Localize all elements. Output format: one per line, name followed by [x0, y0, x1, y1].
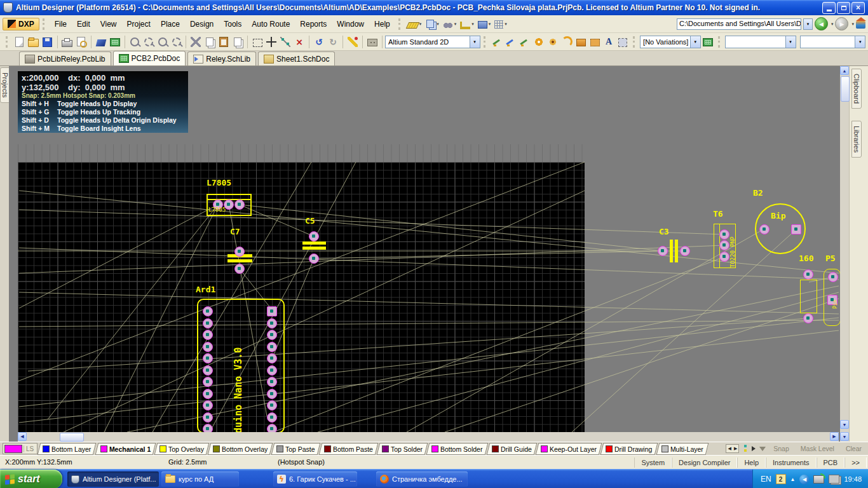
layer-tab-multi-layer[interactable]: Multi-Layer — [656, 443, 709, 455]
designator-l7805[interactable]: L7805 — [207, 178, 231, 187]
designator-ard1[interactable]: Ard1 — [196, 285, 215, 294]
pcb-canvas[interactable]: L7805 L7805 C7 C5 Ard1 Arduino Nano V3.0… — [9, 66, 840, 442]
menu-edit[interactable]: Edit — [72, 18, 95, 30]
layer-tab-bottom-layer[interactable]: Bottom Layer — [37, 443, 97, 455]
variations-combobox[interactable]: [No Variations] ▾ — [640, 36, 701, 48]
close-button[interactable]: × — [851, 2, 865, 14]
horizontal-scroll-thumb[interactable] — [60, 433, 84, 442]
pad[interactable] — [203, 377, 213, 387]
combo-dropdown-arrow[interactable]: ▾ — [785, 36, 796, 48]
network-icon[interactable] — [813, 475, 824, 484]
redo-button[interactable]: ↻ — [326, 35, 340, 49]
designator-160[interactable]: 160 — [799, 254, 813, 263]
address-input[interactable]: C:\Documents and Settings\All Users\D — [677, 18, 801, 30]
print-preview-button[interactable] — [74, 35, 88, 49]
layout-switcher-icon[interactable]: 2 — [776, 474, 786, 484]
pad[interactable] — [267, 342, 277, 352]
vertical-scroll-thumb[interactable] — [841, 76, 850, 102]
taskbar-item-firefox[interactable]: Страничка эмбедде... — [376, 471, 468, 487]
designator-p5[interactable]: P5 — [825, 254, 836, 263]
designator-t6[interactable]: T6 — [713, 209, 723, 219]
select-area-button[interactable] — [250, 35, 264, 49]
language-indicator[interactable]: EN — [761, 475, 771, 484]
pcb-panel-button[interactable]: PCB — [817, 458, 845, 468]
view-3d-button[interactable] — [94, 35, 108, 49]
menu-file[interactable]: File — [50, 18, 72, 30]
menu-reports[interactable]: Reports — [295, 18, 332, 30]
tab-pcb2-pcbdoc[interactable]: PCB2.PcbDoc — [113, 51, 186, 65]
horizontal-scrollbar[interactable]: ◀ ▶ — [18, 432, 839, 442]
layer-tab-mechanical-1[interactable]: Mechanical 1 — [95, 443, 156, 455]
place-arc-button[interactable] — [560, 35, 574, 49]
place-fill-button[interactable] — [574, 35, 588, 49]
current-layer-swatch[interactable] — [4, 445, 22, 453]
pad[interactable] — [203, 353, 213, 363]
menu-place[interactable]: Place — [156, 18, 185, 30]
clear-button[interactable]: Clear — [842, 444, 865, 453]
zoom-fit-button[interactable] — [128, 35, 142, 49]
interactive-routing-button[interactable] — [491, 35, 505, 49]
vertical-scrollbar[interactable]: ▲ ▼ ▼ — [840, 66, 849, 442]
print-button[interactable] — [60, 35, 74, 49]
pad[interactable] — [203, 342, 213, 352]
pad[interactable] — [791, 224, 801, 234]
pad[interactable] — [719, 252, 729, 262]
pad[interactable] — [267, 412, 277, 423]
footprint-search-button[interactable] — [365, 35, 379, 49]
zoom-selection-button[interactable] — [156, 35, 170, 49]
pad[interactable] — [719, 229, 729, 240]
extra-combobox-2[interactable]: ▾ — [800, 36, 866, 48]
display-icon[interactable] — [829, 475, 839, 484]
layer-tab-top-solder[interactable]: Top Solder — [377, 443, 428, 455]
place-polygon-button[interactable] — [588, 35, 602, 49]
address-dropdown-arrow[interactable]: ▾ — [803, 18, 813, 30]
tab-sheet1-schdoc[interactable]: Sheet1.SchDoc — [258, 51, 335, 65]
highlight-dots-icon[interactable] — [743, 444, 748, 453]
pad[interactable] — [203, 306, 213, 316]
layer-tab-top-overlay[interactable]: Top Overlay — [154, 443, 210, 455]
pad[interactable] — [267, 377, 277, 387]
paste-button[interactable] — [217, 35, 231, 49]
scroll-left-button[interactable]: ◀ — [18, 432, 27, 441]
undo-button[interactable]: ↺ — [312, 35, 326, 49]
measure-tool-button[interactable]: ▾ — [407, 19, 423, 29]
dropdown-arrow-icon[interactable]: ▾ — [471, 22, 474, 27]
layer-tab-bottom-paste[interactable]: Bottom Paste — [319, 443, 379, 455]
taskbar-item-folder[interactable]: курс по АД — [161, 471, 239, 487]
design-compiler-panel-button[interactable]: Design Compiler — [672, 458, 737, 468]
scroll-down-button[interactable]: ▼ — [840, 420, 849, 429]
layer-tab-bottom-solder[interactable]: Bottom Solder — [426, 443, 488, 455]
bluetooth-icon[interactable]: ◀ — [799, 475, 809, 484]
room-tool-button[interactable]: ▾ — [477, 18, 492, 29]
home-icon[interactable] — [856, 21, 865, 29]
new-document-button[interactable] — [13, 35, 27, 49]
scroll-right-button[interactable]: ▶ — [830, 432, 839, 441]
pad[interactable] — [203, 412, 213, 423]
libraries-panel-tab[interactable]: Libraries — [851, 121, 862, 158]
clock[interactable]: 19:48 — [844, 475, 862, 483]
combo-dropdown-arrow[interactable]: ▾ — [855, 36, 865, 48]
layer-tab-top-paste[interactable]: Top Paste — [271, 443, 320, 455]
pad[interactable] — [719, 240, 729, 250]
layer-tab-bottom-overlay[interactable]: Bottom Overlay — [208, 443, 273, 455]
instruments-panel-button[interactable]: Instruments — [766, 458, 816, 468]
pad[interactable] — [267, 318, 277, 329]
menu-view[interactable]: View — [95, 18, 122, 30]
pad[interactable] — [803, 313, 813, 323]
layer-set-label[interactable]: LS — [24, 445, 36, 452]
pad[interactable] — [203, 330, 213, 340]
dxp-menu-button[interactable]: DXP — [3, 18, 39, 30]
copy-button[interactable] — [203, 35, 217, 49]
view-style-combobox[interactable]: Altium Standard 2D ▾ — [385, 36, 480, 48]
menu-tools[interactable]: Tools — [219, 18, 247, 30]
toolbar-grip[interactable] — [43, 18, 46, 30]
component-c3-plate[interactable] — [675, 240, 678, 262]
clear-filter-button[interactable]: × — [292, 35, 306, 49]
pad[interactable] — [234, 247, 245, 257]
grid-tool-button[interactable]: ▾ — [494, 19, 508, 29]
diff-pair-routing-button[interactable] — [518, 35, 532, 49]
zoom-filter-button[interactable] — [170, 35, 184, 49]
pad[interactable] — [203, 318, 213, 329]
paste-special-button[interactable] — [231, 35, 245, 49]
menu-design[interactable]: Design — [185, 18, 219, 30]
